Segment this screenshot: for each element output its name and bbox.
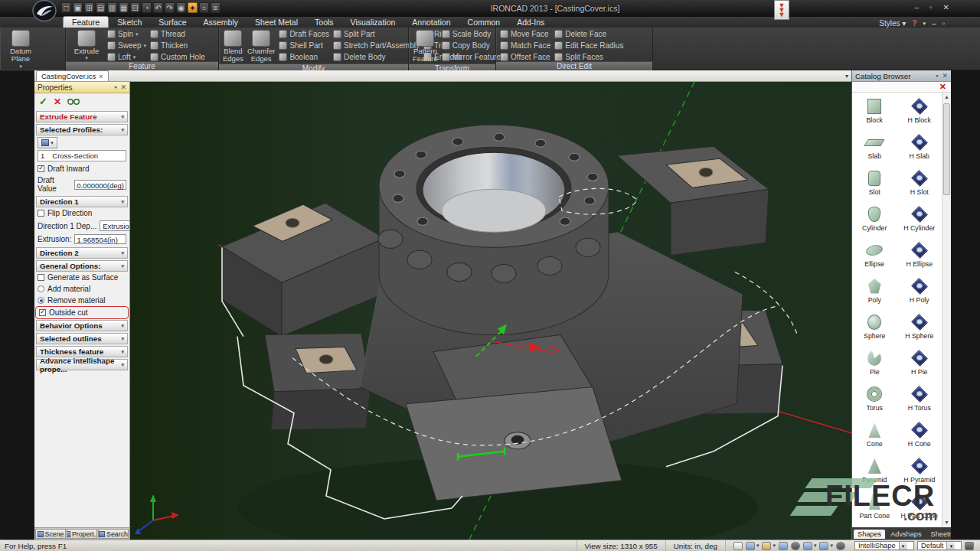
catalog-item-slot[interactable]: Slot [852, 168, 897, 204]
catalog-item-h-poly[interactable]: H Poly [897, 276, 942, 311]
catalog-item-h-slab[interactable]: H Slab [897, 132, 942, 168]
catalog-item-sphere[interactable]: Sphere [852, 311, 897, 347]
direction1-dep-select[interactable]: Extrusion:▾ [100, 220, 130, 231]
catalog-item-h-cone[interactable]: H Cone [897, 419, 942, 455]
ribbon-tab-common[interactable]: Common [459, 17, 509, 28]
catalog-item-torus[interactable]: Torus [852, 383, 897, 419]
viewport-icon-arrow[interactable]: ▾ [814, 543, 817, 549]
section-header-selected-outlines[interactable]: Selected outlines▾ [36, 333, 128, 344]
panel-tab-search[interactable]: Search [98, 529, 129, 539]
ribbon-button-delete-body[interactable]: Delete Body [333, 53, 420, 61]
draft-inward-checkbox[interactable] [38, 165, 44, 172]
close-button[interactable]: ✕ [943, 3, 949, 11]
zoom-window-icon[interactable] [746, 542, 755, 550]
catalog-item-h-pyramid[interactable]: H Pyramid [897, 455, 942, 491]
minimize-button[interactable]: – [915, 3, 920, 11]
ribbon-button-sweep[interactable]: Sweep▾ [107, 41, 146, 50]
profile-select-button[interactable]: ▾ [38, 137, 57, 148]
ribbon-button-loft[interactable]: Loft▾ [107, 53, 146, 61]
help-arrow-icon[interactable]: ▾ [923, 21, 926, 27]
flip-direction-checkbox[interactable] [38, 210, 44, 217]
ribbon-tab-feature[interactable]: Feature [63, 16, 109, 28]
ribbon-button-pattern-feature[interactable]: Pattern Feature [413, 29, 438, 64]
scroll-down-icon[interactable]: ▼ [942, 518, 951, 527]
catalog-item-cylinder[interactable]: Cylinder [852, 204, 897, 240]
ribbon-tab-assembly[interactable]: Assembly [194, 17, 247, 28]
outside-cut-checkbox[interactable] [39, 309, 46, 316]
catalog-item-pie[interactable]: Pie [852, 347, 897, 383]
fit-scene-icon-arrow[interactable]: ▾ [773, 543, 776, 549]
catalog-item-h-torus[interactable]: H Torus [897, 383, 942, 419]
panel-tab-scene[interactable]: Scene [35, 529, 66, 539]
ribbon-button-thread[interactable]: Thread [150, 30, 205, 38]
ribbon-minimize-icon[interactable]: – [932, 19, 936, 28]
configuration-select[interactable]: Default▾ [917, 541, 962, 550]
ribbon-button-spin[interactable]: Spin▾ [107, 30, 146, 38]
panel-tab-propert[interactable]: Propert... [67, 529, 97, 539]
ribbon-button-split-part[interactable]: Split Part [333, 30, 420, 38]
section-header-behavior-options[interactable]: Behavior Options▾ [36, 320, 128, 331]
generate-as-surface-checkbox[interactable] [38, 274, 44, 281]
profile-list-row[interactable]: 1 Cross-Section [38, 150, 126, 161]
ribbon-button-boolean[interactable]: Boolean [279, 53, 329, 61]
direction2-header[interactable]: Direction 2▾ [36, 247, 128, 259]
catalog-item-cone[interactable]: Cone [852, 419, 897, 455]
ribbon-button-move-face[interactable]: Move Face [500, 30, 550, 38]
intellishape-mode-select[interactable]: IntelliShape▾ [854, 541, 914, 550]
catalog-tab-shapes[interactable]: Shapes [854, 530, 885, 539]
camera-icon[interactable] [779, 542, 788, 550]
catalog-item-pyramid[interactable]: Pyramid [852, 455, 897, 491]
catalog-item-slab[interactable]: Slab [852, 132, 897, 168]
material-icon[interactable] [836, 542, 845, 550]
general-options-header[interactable]: General Options:▾ [36, 260, 128, 272]
catalog-item-h-sphere[interactable]: H Sphere [897, 311, 942, 347]
cancel-icon[interactable]: ✕ [54, 96, 61, 107]
zoom-in-icon[interactable] [733, 542, 743, 550]
catalog-pin-icon[interactable]: ▪ [936, 72, 938, 80]
section-header-advance-intellishape-prope[interactable]: Advance intellishape prope...▾ [36, 359, 128, 370]
ribbon-button-delete-face[interactable]: Delete Face [554, 30, 623, 38]
ribbon-restore-icon[interactable]: ▫ [942, 19, 945, 28]
catalog-item-h-block[interactable]: H Block [897, 96, 942, 132]
link-design-icon[interactable] [965, 542, 974, 550]
ribbon-button-offset-face[interactable]: Offset Face [500, 53, 550, 61]
catalog-scrollbar[interactable]: ▲ ▼ [942, 93, 951, 527]
ribbon-tab-tools[interactable]: Tools [306, 17, 342, 28]
catalog-tab-advshaps[interactable]: Advshaps [887, 530, 925, 539]
catalog-item-ellipse[interactable]: Ellipse [852, 240, 897, 276]
ribbon-tab-visualization[interactable]: Visualization [342, 17, 404, 28]
ribbon-tab-surface[interactable]: Surface [150, 17, 194, 28]
ribbon-button-edit-face-radius[interactable]: Edit Face Radius [554, 41, 623, 50]
viewport-icon[interactable] [803, 542, 812, 550]
ribbon-tab-sheet-metal[interactable]: Sheet Metal [247, 17, 306, 28]
scroll-up-icon[interactable]: ▲ [942, 93, 951, 102]
panel-close-icon[interactable]: ✕ [120, 83, 126, 91]
target-icon[interactable] [791, 542, 800, 550]
catalog-item-h-part-cone[interactable]: H Part Cone [897, 491, 942, 527]
maximize-button[interactable]: ▫ [929, 3, 933, 11]
ribbon-tab-add-ins[interactable]: Add-Ins [508, 17, 553, 28]
ribbon-button-split-faces[interactable]: Split Faces [554, 53, 623, 61]
zoom-window-icon-arrow[interactable]: ▾ [756, 543, 760, 549]
document-tab[interactable]: CastingCover.ics × [36, 70, 109, 81]
ribbon-button-stretch-part-assembly[interactable]: Stretch Part/Assembly [333, 41, 420, 50]
ribbon-button-thicken[interactable]: Thicken [150, 41, 205, 50]
catalog-item-block[interactable]: Block [852, 96, 897, 132]
extrusion-input[interactable]: 1.968504(in) [74, 234, 126, 244]
scroll-thumb[interactable] [943, 103, 950, 195]
preview-glasses-icon[interactable] [67, 98, 80, 105]
viewport-canvas[interactable] [130, 82, 851, 540]
pin-icon[interactable]: ▪ [114, 83, 116, 91]
ribbon-button-match-face[interactable]: Match Face [500, 41, 550, 50]
ribbon-button-blend-edges[interactable]: Blend Edges [223, 29, 243, 64]
feature-type-header[interactable]: Extrude Feature▾ [36, 111, 128, 122]
styles-dropdown[interactable]: Styles ▾ [879, 19, 906, 28]
catalog-item-h-ellipse[interactable]: H Ellipse [897, 240, 942, 276]
catalog-item-h-slot[interactable]: H Slot [897, 168, 942, 204]
tab-list-dropdown-icon[interactable]: ▾ [845, 73, 848, 80]
catalog-item-h-pie[interactable]: H Pie [897, 347, 942, 383]
catalog-item-poly[interactable]: Poly [852, 276, 897, 311]
ribbon-tab-sketch[interactable]: Sketch [109, 17, 150, 28]
ribbon-tab-annotation[interactable]: Annotation [403, 17, 459, 28]
ribbon-button-shell-part[interactable]: Shell Part [279, 41, 329, 50]
